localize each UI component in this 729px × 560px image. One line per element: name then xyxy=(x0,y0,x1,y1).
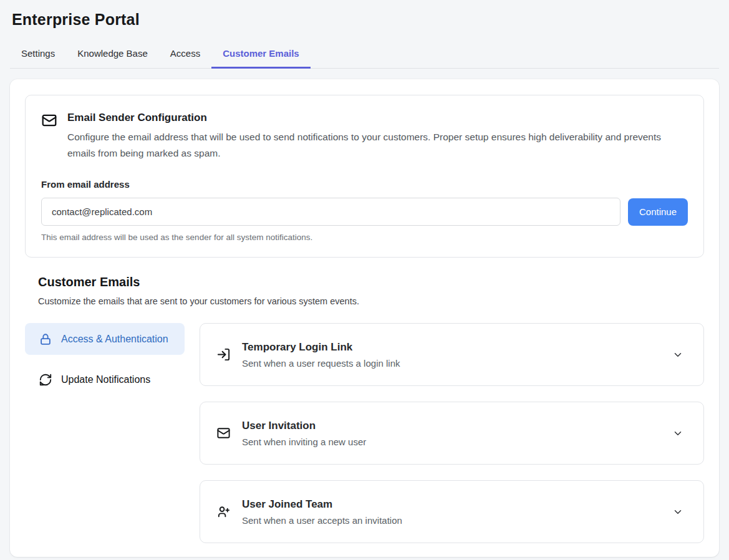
category-label: Access & Authentication xyxy=(61,332,168,346)
email-card-user-invitation[interactable]: User Invitation Sent when inviting a new… xyxy=(200,402,704,465)
refresh-icon xyxy=(39,373,52,387)
page-title: Enterprise Portal xyxy=(12,11,717,29)
customer-emails-title: Customer Emails xyxy=(38,275,704,289)
email-card-subtitle: Sent when inviting a new user xyxy=(242,437,661,447)
page-header: Enterprise Portal xyxy=(0,0,729,29)
tab-knowledge-base[interactable]: Knowledge Base xyxy=(66,42,159,69)
email-category-nav: Access & Authentication Update Notificat… xyxy=(25,323,185,543)
category-access-authentication[interactable]: Access & Authentication xyxy=(25,323,185,355)
log-in-icon xyxy=(216,347,231,362)
from-email-input[interactable] xyxy=(41,198,620,226)
email-card-subtitle: Sent when a user accepts an invitation xyxy=(242,515,661,526)
main-panel: Email Sender Configuration Configure the… xyxy=(10,79,719,557)
email-card-title: User Joined Team xyxy=(242,498,661,511)
customer-emails-section-header: Customer Emails Customize the emails tha… xyxy=(38,275,704,306)
tab-access[interactable]: Access xyxy=(159,42,211,69)
sender-config-title: Email Sender Configuration xyxy=(67,110,682,124)
email-card-subtitle: Sent when a user requests a login link xyxy=(242,358,661,369)
customer-emails-description: Customize the emails that are sent to yo… xyxy=(38,296,704,306)
category-update-notifications[interactable]: Update Notifications xyxy=(25,364,185,395)
lock-icon xyxy=(39,332,52,346)
category-label: Update Notifications xyxy=(61,372,150,387)
email-template-list: Temporary Login Link Sent when a user re… xyxy=(200,323,704,543)
tab-settings[interactable]: Settings xyxy=(10,42,66,69)
email-card-temporary-login-link[interactable]: Temporary Login Link Sent when a user re… xyxy=(200,323,704,386)
chevron-down-icon[interactable] xyxy=(672,506,683,518)
tab-customer-emails[interactable]: Customer Emails xyxy=(211,42,311,69)
email-sender-config-card: Email Sender Configuration Configure the… xyxy=(25,95,704,258)
email-card-title: Temporary Login Link xyxy=(242,341,661,354)
from-email-helper-text: This email address will be used as the s… xyxy=(41,233,688,242)
tab-bar: Settings Knowledge Base Access Customer … xyxy=(10,42,719,69)
email-card-title: User Invitation xyxy=(242,420,661,432)
continue-button[interactable]: Continue xyxy=(628,198,688,226)
email-card-user-joined-team[interactable]: User Joined Team Sent when a user accept… xyxy=(200,480,704,543)
user-plus-icon xyxy=(216,504,231,519)
mail-icon xyxy=(41,112,57,128)
chevron-down-icon[interactable] xyxy=(672,428,683,439)
sender-config-description: Configure the email address that will be… xyxy=(67,129,682,162)
mail-icon xyxy=(216,426,231,440)
chevron-down-icon[interactable] xyxy=(672,349,683,360)
from-email-label: From email address xyxy=(41,179,688,190)
